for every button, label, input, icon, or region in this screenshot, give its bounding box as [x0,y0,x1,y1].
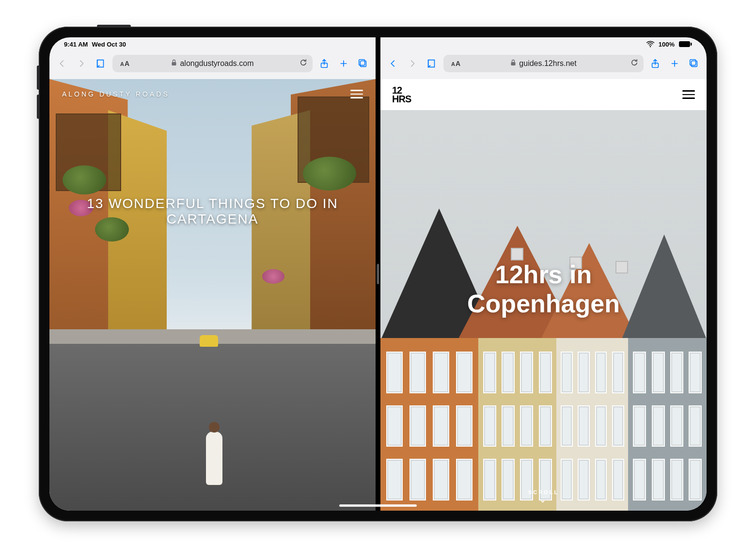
site-logo[interactable]: 12 HRS [392,86,411,103]
reader-aa-button[interactable]: AA [117,60,132,67]
tabs-button[interactable] [355,56,371,71]
share-button[interactable] [316,56,332,71]
left-pane: AA alongdustyroads.com [49,37,376,511]
share-button[interactable] [647,56,663,71]
address-bar[interactable]: AA guides.12hrs.net [443,55,644,72]
hero-title: 13 WONDERFUL THINGS TO DO IN CARTAGENA [49,196,376,227]
hero-line1: 12hrs in [380,260,707,290]
url-text: alongdustyroads.com [180,59,253,68]
tabs-button[interactable] [686,56,702,71]
hero-title: 12hrs in Copenhagen [380,260,707,319]
chevron-down-icon: ⌄ [380,496,707,504]
svg-rect-9 [511,62,516,65]
safari-toolbar-right: AA guides.12hrs.net [380,37,707,79]
volume-down-button [37,95,40,119]
new-tab-button[interactable] [336,56,351,71]
ipad-frame: 9:41 AM Wed Oct 30 100% [39,27,717,521]
forward-button[interactable] [74,56,89,71]
scroll-hint: SCROLL ⌄ [380,489,707,504]
reader-aa-button[interactable]: AA [448,60,463,67]
scroll-hint-label: SCROLL [528,489,559,495]
svg-rect-14 [690,60,696,65]
site-header: 12 HRS [380,79,707,110]
reload-button[interactable] [299,58,308,69]
screen: 9:41 AM Wed Oct 30 100% [49,37,707,511]
site-logo-text[interactable]: ALONG DUSTY ROADS [62,90,170,98]
safari-toolbar-left: AA alongdustyroads.com [49,37,376,79]
left-page-content[interactable]: ALONG DUSTY ROADS 13 WONDERFUL THINGS TO… [49,79,376,511]
bookmarks-button[interactable] [424,56,440,71]
svg-rect-8 [359,60,365,65]
svg-rect-7 [361,61,366,67]
volume-up-button [37,65,40,90]
svg-rect-3 [172,62,176,65]
split-view-divider[interactable] [376,37,380,511]
logo-line2: HRS [392,95,411,103]
svg-rect-13 [692,61,697,67]
lock-icon [510,59,516,68]
menu-button[interactable] [682,90,695,99]
menu-button[interactable] [350,90,363,98]
new-tab-button[interactable] [667,56,682,71]
address-bar[interactable]: AA alongdustyroads.com [112,55,313,72]
home-indicator[interactable] [339,504,417,507]
back-button[interactable] [54,56,70,71]
right-page-content[interactable]: 12 HRS 12hrs in Copenhagen SCROLL ⌄ [380,79,707,511]
lock-icon [171,59,177,68]
url-text: guides.12hrs.net [519,59,576,68]
reload-button[interactable] [630,58,639,69]
hero-line2: Copenhagen [380,290,707,319]
right-pane: AA guides.12hrs.net [380,37,707,511]
power-button [97,25,131,28]
back-button[interactable] [385,56,401,71]
bookmarks-button[interactable] [93,56,109,71]
forward-button[interactable] [405,56,420,71]
